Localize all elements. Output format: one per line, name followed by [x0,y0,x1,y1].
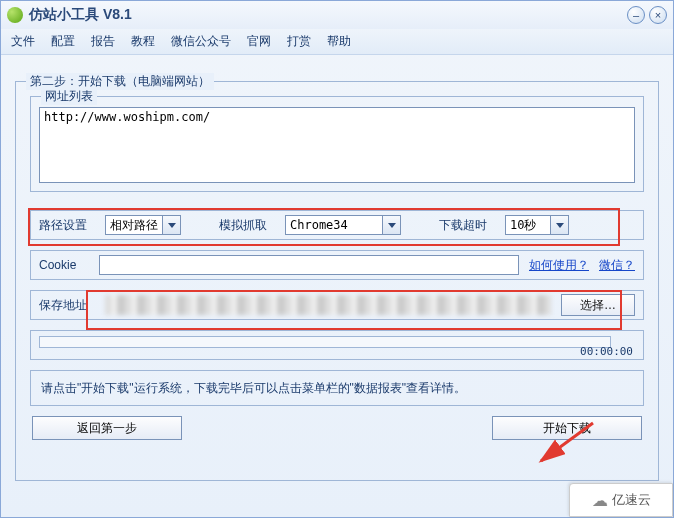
url-list-label: 网址列表 [41,88,97,105]
cookie-label: Cookie [39,258,89,272]
red-highlight-save [86,290,622,330]
step2-group: 第二步：开始下载（电脑端网站） 网址列表 路径设置 相对路径 模拟抓取 Chro… [15,81,659,481]
red-highlight-settings [28,208,620,246]
howto-link[interactable]: 如何使用？ [529,257,589,274]
menubar: 文件 配置 报告 教程 微信公众号 官网 打赏 帮助 [1,29,673,55]
watermark-text: 亿速云 [612,491,651,509]
progress-time: 00:00:00 [580,345,633,358]
cookie-row: Cookie 如何使用？ 微信？ [30,250,644,280]
progress-bar [39,336,611,348]
menu-tutorial[interactable]: 教程 [131,33,155,50]
menu-report[interactable]: 报告 [91,33,115,50]
menu-file[interactable]: 文件 [11,33,35,50]
close-button[interactable]: × [649,6,667,24]
cloud-icon: ☁ [592,491,608,510]
window-title: 仿站小工具 V8.1 [29,6,627,24]
app-icon [7,7,23,23]
start-download-button[interactable]: 开始下载 [492,416,642,440]
url-list-group: 网址列表 [30,96,644,192]
hint-text: 请点击"开始下载"运行系统，下载完毕后可以点击菜单栏的"数据报表"查看详情。 [41,380,466,397]
menu-wechat[interactable]: 微信公众号 [171,33,231,50]
titlebar[interactable]: 仿站小工具 V8.1 – × [1,1,673,29]
menu-donate[interactable]: 打赏 [287,33,311,50]
window-controls: – × [627,6,667,24]
hint-row: 请点击"开始下载"运行系统，下载完毕后可以点击菜单栏的"数据报表"查看详情。 [30,370,644,406]
menu-official[interactable]: 官网 [247,33,271,50]
menu-config[interactable]: 配置 [51,33,75,50]
menu-help[interactable]: 帮助 [327,33,351,50]
bottom-buttons: 返回第一步 开始下载 [30,416,644,440]
wechat-link[interactable]: 微信？ [599,257,635,274]
minimize-button[interactable]: – [627,6,645,24]
cookie-input[interactable] [99,255,519,275]
back-button[interactable]: 返回第一步 [32,416,182,440]
watermark: ☁ 亿速云 [569,483,673,517]
url-list-textarea[interactable] [39,107,635,183]
app-window: 仿站小工具 V8.1 – × 文件 配置 报告 教程 微信公众号 官网 打赏 帮… [0,0,674,518]
progress-row: 00:00:00 [30,330,644,360]
